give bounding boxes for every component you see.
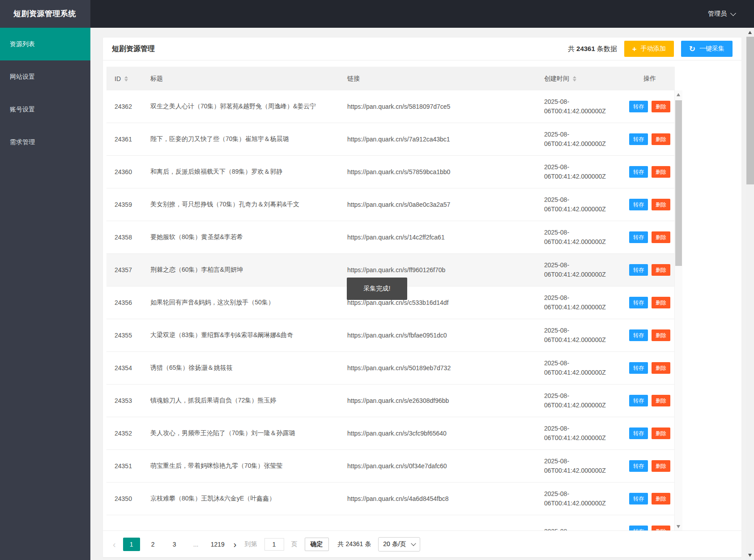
transfer-button[interactable]: 转存 bbox=[629, 460, 648, 472]
row-created: 2025-08- 06T00:41:42.000000Z bbox=[536, 195, 625, 214]
row-id: 24354 bbox=[106, 364, 142, 372]
page-number-2[interactable]: 2 bbox=[145, 538, 162, 551]
sidebar-item-resource-list[interactable]: 资源列表 bbox=[0, 28, 90, 60]
delete-button[interactable]: 删除 bbox=[652, 199, 670, 210]
table-scrollbar-thumb[interactable] bbox=[675, 100, 682, 266]
scroll-down-button[interactable] bbox=[746, 551, 754, 559]
row-created: 2025-08- 06T00:41:42.000000Z bbox=[536, 162, 625, 181]
row-title: 荆棘之恋（60集）李柏言&周妍坤 bbox=[142, 266, 339, 274]
transfer-button[interactable]: 转存 bbox=[629, 231, 648, 243]
row-actions: 转存 删除 bbox=[625, 493, 675, 504]
scroll-up-icon[interactable] bbox=[677, 93, 680, 96]
sort-icon[interactable] bbox=[124, 76, 128, 81]
transfer-button[interactable]: 转存 bbox=[629, 395, 648, 406]
topbar: 短剧资源管理系统 管理员 bbox=[0, 0, 754, 28]
row-link: https://pan.quark.cn/s/57859bca1bb0 bbox=[339, 168, 536, 175]
table-row: 24352 美人攻心，男频帝王沦陷了（70集）刘一隆＆孙露璐 https://p… bbox=[106, 417, 675, 450]
transfer-button[interactable]: 转存 bbox=[629, 101, 648, 112]
transfer-button[interactable]: 转存 bbox=[629, 427, 648, 439]
scroll-up-button[interactable] bbox=[746, 29, 754, 36]
row-created: 2025-08- 06T00:41:42.000000Z bbox=[536, 293, 625, 312]
transfer-button[interactable]: 转存 bbox=[629, 166, 648, 178]
row-actions: 转存 删除 bbox=[625, 199, 675, 210]
transfer-button[interactable]: 转存 bbox=[629, 493, 648, 504]
row-actions: 转存 删除 bbox=[625, 101, 675, 112]
delete-button[interactable]: 删除 bbox=[652, 329, 670, 341]
row-created: 2025-08- 06T00:41:42.000000Z bbox=[536, 359, 625, 377]
main-content: 短剧资源管理 共24361条数据 + 手动添加 ↻ 一键采集 ID bbox=[90, 28, 754, 560]
delete-button[interactable]: 删除 bbox=[652, 493, 670, 504]
user-menu[interactable]: 管理员 bbox=[708, 10, 735, 18]
total-count: 24361 bbox=[576, 45, 595, 52]
sidebar-item-account-settings[interactable]: 账号设置 bbox=[0, 93, 90, 126]
delete-button[interactable]: 删除 bbox=[652, 264, 670, 276]
card-header: 短剧资源管理 共24361条数据 + 手动添加 ↻ 一键采集 bbox=[103, 38, 741, 60]
delete-button[interactable]: 删除 bbox=[652, 460, 670, 472]
table-header-row: ID 标题 链接 创建时间 操作 bbox=[106, 67, 675, 90]
next-page-button[interactable]: › bbox=[231, 538, 239, 551]
one-click-collect-button[interactable]: ↻ 一键采集 bbox=[681, 41, 733, 57]
delete-button[interactable]: 删除 bbox=[652, 133, 670, 145]
jump-label: 到第 bbox=[245, 540, 257, 548]
transfer-button[interactable]: 转存 bbox=[629, 199, 648, 210]
page-size-select[interactable]: 20 条/页 bbox=[378, 537, 420, 551]
sidebar-item-demand-management[interactable]: 需求管理 bbox=[0, 126, 90, 158]
transfer-button[interactable]: 转存 bbox=[629, 362, 648, 374]
column-header-created[interactable]: 创建时间 bbox=[536, 75, 625, 83]
page-jump-input[interactable] bbox=[264, 538, 284, 551]
page-number-last[interactable]: 1219 bbox=[209, 538, 226, 551]
row-id: 24357 bbox=[106, 266, 142, 274]
page-number-1[interactable]: 1 bbox=[123, 538, 140, 551]
row-title: 陛下，臣妾的刀又快了些（70集）崔旭宇＆杨晨璐 bbox=[142, 135, 339, 143]
total-suffix: 条数据 bbox=[597, 45, 617, 52]
delete-button[interactable]: 删除 bbox=[652, 166, 670, 178]
column-header-id[interactable]: ID bbox=[106, 75, 142, 82]
sort-icon[interactable] bbox=[573, 76, 576, 81]
row-title: 美女别撩，哥只想挣钱（70集）孔奇力＆刘蓦莉&千文 bbox=[142, 201, 339, 209]
confirm-button[interactable]: 确定 bbox=[305, 538, 329, 551]
row-id: 24359 bbox=[106, 201, 142, 208]
column-header-link: 链接 bbox=[339, 75, 536, 83]
column-header-actions: 操作 bbox=[625, 75, 675, 83]
sidebar-item-site-settings[interactable]: 网站设置 bbox=[0, 60, 90, 93]
transfer-button[interactable]: 转存 bbox=[629, 264, 648, 276]
page-scrollbar-thumb[interactable] bbox=[746, 37, 754, 184]
table-row: 24353 镇魂赊刀人，抓我后果请自负（72集）熊玉婷 https://pan.… bbox=[106, 385, 675, 417]
row-title: 如果轮回有声音&妈妈，这次别放手（50集） bbox=[142, 299, 339, 307]
delete-button[interactable]: 删除 bbox=[652, 231, 670, 243]
page-number-3[interactable]: 3 bbox=[166, 538, 183, 551]
page-size-value: 20 条/页 bbox=[383, 540, 406, 548]
transfer-button[interactable]: 转存 bbox=[629, 133, 648, 145]
manual-add-label: 手动添加 bbox=[641, 45, 666, 53]
row-link: https://pan.quark.cn/s/e26308df96bb bbox=[339, 397, 536, 404]
row-created: 2025-08- 06T00:41:42.000000Z bbox=[536, 457, 625, 475]
row-actions: 转存 删除 bbox=[625, 460, 675, 472]
delete-button[interactable]: 删除 bbox=[652, 362, 670, 374]
row-title: 要她服软（80集）黄圣桀&李若希 bbox=[142, 233, 339, 241]
table-scrollbar[interactable] bbox=[674, 90, 682, 531]
table: ID 标题 链接 创建时间 操作 24362 双生之美人心计（70集）郭茗苑&越… bbox=[103, 60, 741, 531]
manual-add-button[interactable]: + 手动添加 bbox=[624, 41, 674, 57]
row-actions: 转存 删除 bbox=[625, 231, 675, 243]
delete-button[interactable]: 删除 bbox=[652, 395, 670, 406]
delete-button[interactable]: 删除 bbox=[652, 297, 670, 308]
transfer-button[interactable]: 转存 bbox=[629, 329, 648, 341]
row-link: https://pan.quark.cn/s/0a8e0c3a2a57 bbox=[339, 201, 536, 208]
delete-button[interactable]: 删除 bbox=[652, 101, 670, 112]
row-created: 2025-08- 06T00:41:42.000000Z bbox=[536, 489, 625, 508]
table-row: 24355 大梁双逆（83集）董绍辉&李钊&索菲&阚琳娜&曲奇 https://… bbox=[106, 319, 675, 352]
triangle-down-icon bbox=[748, 554, 752, 557]
row-created: 2025-08- 06T00:41:42.000000Z bbox=[536, 261, 625, 279]
prev-page-button[interactable]: ‹ bbox=[110, 538, 119, 551]
row-created: 2025-08- 06T00:41:42.000000Z bbox=[536, 97, 625, 116]
row-created: 2025-08- 06T00:41:42.000000Z bbox=[536, 326, 625, 345]
plus-icon: + bbox=[632, 45, 637, 53]
delete-button[interactable]: 删除 bbox=[652, 427, 670, 439]
row-title: 诱猎（65集）徐扬灏＆姚筱筱 bbox=[142, 364, 339, 372]
page-scrollbar[interactable] bbox=[746, 28, 754, 560]
scroll-down-icon[interactable] bbox=[677, 525, 680, 528]
app-title: 短剧资源管理系统 bbox=[0, 0, 90, 28]
row-id: 24360 bbox=[106, 168, 142, 175]
transfer-button[interactable]: 转存 bbox=[629, 297, 648, 308]
table-body-viewport: 24362 双生之美人心计（70集）郭茗苑&越野兔（周逸峰）&姜云宁 https… bbox=[106, 90, 682, 531]
